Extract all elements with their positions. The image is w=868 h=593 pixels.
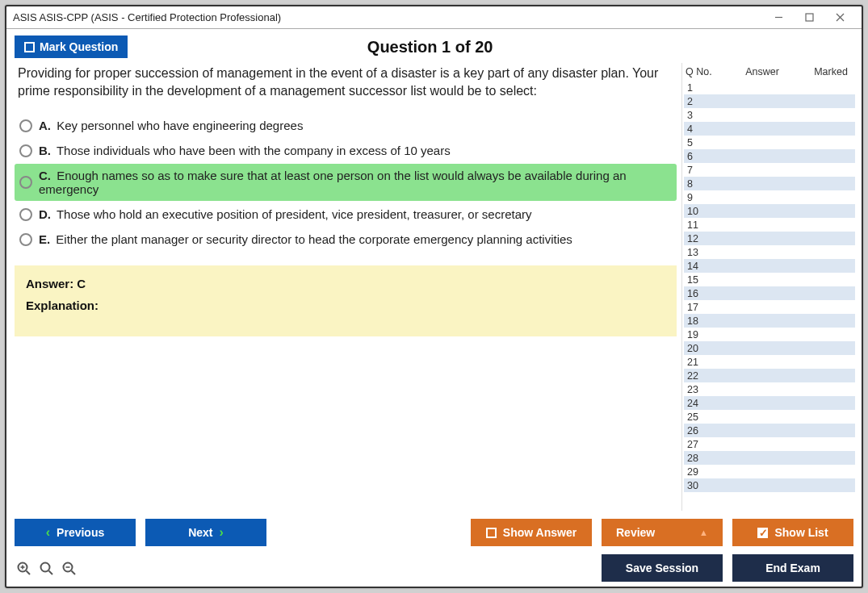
option-text: A. Key personnel who have engineering de… bbox=[39, 119, 303, 132]
list-item[interactable]: 3 bbox=[684, 108, 855, 122]
show-list-button[interactable]: Show List bbox=[732, 519, 853, 546]
review-button[interactable]: Review ▲ bbox=[602, 519, 723, 546]
list-item[interactable]: 11 bbox=[684, 218, 855, 232]
option-c[interactable]: C. Enough names so as to make sure that … bbox=[15, 164, 677, 201]
list-item[interactable]: 4 bbox=[684, 122, 855, 136]
save-session-button[interactable]: Save Session bbox=[602, 554, 723, 582]
list-item[interactable]: 24 bbox=[684, 396, 855, 410]
list-item[interactable]: 15 bbox=[684, 273, 855, 286]
footer-row-2: Save Session End Exam bbox=[15, 554, 853, 582]
list-item[interactable]: 29 bbox=[684, 465, 855, 478]
footer: ‹ Previous Next › Show Answer Review ▲ S… bbox=[6, 511, 862, 587]
list-qno: 29 bbox=[687, 466, 719, 478]
list-item[interactable]: 10 bbox=[684, 204, 855, 218]
option-d[interactable]: D. Those who hold an executive position … bbox=[15, 203, 677, 226]
list-item[interactable]: 30 bbox=[684, 478, 855, 492]
question-list-body[interactable]: 1234567891011121314151617181920212223242… bbox=[682, 81, 855, 511]
list-qno: 18 bbox=[687, 315, 719, 327]
option-text: D. Those who hold an executive position … bbox=[39, 207, 532, 221]
list-qno: 24 bbox=[687, 398, 719, 409]
zoom-reset-icon[interactable] bbox=[15, 559, 32, 577]
list-item[interactable]: 25 bbox=[684, 410, 855, 424]
list-qno: 12 bbox=[687, 233, 719, 244]
list-item[interactable]: 22 bbox=[684, 369, 855, 382]
list-item[interactable]: 16 bbox=[684, 286, 855, 300]
app-window: ASIS ASIS-CPP (ASIS - Certified Protecti… bbox=[5, 5, 863, 588]
options-list: A. Key personnel who have engineering de… bbox=[15, 114, 677, 251]
list-item[interactable]: 19 bbox=[684, 328, 855, 341]
list-item[interactable]: 28 bbox=[684, 451, 855, 465]
zoom-out-icon[interactable] bbox=[60, 559, 78, 577]
zoom-controls bbox=[15, 559, 78, 577]
header-row: Mark Question Question 1 of 20 bbox=[6, 29, 862, 63]
show-answer-button[interactable]: Show Answer bbox=[471, 519, 592, 546]
list-item[interactable]: 23 bbox=[684, 382, 855, 396]
list-qno: 7 bbox=[687, 165, 719, 176]
list-item[interactable]: 2 bbox=[684, 94, 855, 108]
list-item[interactable]: 26 bbox=[684, 424, 855, 437]
chevron-right-icon: › bbox=[220, 525, 224, 540]
minimize-icon[interactable] bbox=[763, 8, 794, 27]
show-list-label: Show List bbox=[774, 526, 828, 539]
list-item[interactable]: 8 bbox=[684, 177, 855, 190]
svg-rect-1 bbox=[806, 14, 813, 21]
end-exam-label: End Exam bbox=[765, 562, 820, 574]
list-item[interactable]: 18 bbox=[684, 314, 855, 328]
main-area: Providing for proper succession of manag… bbox=[6, 63, 862, 511]
zoom-in-icon[interactable] bbox=[37, 559, 55, 577]
radio-icon bbox=[19, 119, 32, 132]
show-answer-label: Show Answer bbox=[503, 526, 577, 539]
mark-question-button[interactable]: Mark Question bbox=[15, 35, 128, 58]
list-qno: 8 bbox=[687, 178, 719, 190]
list-qno: 9 bbox=[687, 192, 719, 203]
col-answer: Answer bbox=[718, 66, 807, 77]
list-qno: 16 bbox=[687, 288, 719, 299]
list-qno: 2 bbox=[687, 96, 719, 107]
window-controls bbox=[763, 8, 855, 27]
next-button[interactable]: Next › bbox=[145, 519, 266, 546]
question-stem: Providing for proper succession of manag… bbox=[15, 63, 677, 101]
option-text: B. Those individuals who have been with … bbox=[39, 144, 451, 157]
question-pane: Providing for proper succession of manag… bbox=[15, 63, 681, 511]
list-qno: 6 bbox=[687, 151, 719, 162]
col-qno: Q No. bbox=[686, 66, 718, 77]
list-item[interactable]: 17 bbox=[684, 300, 855, 314]
list-item[interactable]: 6 bbox=[684, 149, 855, 163]
checkbox-checked-icon bbox=[757, 528, 768, 538]
option-b[interactable]: B. Those individuals who have been with … bbox=[15, 139, 677, 162]
list-item[interactable]: 9 bbox=[684, 190, 855, 204]
radio-icon bbox=[19, 233, 32, 246]
list-qno: 26 bbox=[687, 425, 719, 436]
list-item[interactable]: 21 bbox=[684, 355, 855, 369]
list-item[interactable]: 12 bbox=[684, 232, 855, 245]
question-counter: Question 1 of 20 bbox=[137, 38, 723, 56]
previous-button[interactable]: ‹ Previous bbox=[15, 519, 136, 546]
list-item[interactable]: 5 bbox=[684, 136, 855, 149]
list-qno: 4 bbox=[687, 123, 719, 135]
list-item[interactable]: 13 bbox=[684, 245, 855, 259]
list-item[interactable]: 7 bbox=[684, 163, 855, 177]
list-item[interactable]: 20 bbox=[684, 341, 855, 355]
maximize-icon[interactable] bbox=[794, 8, 824, 27]
previous-label: Previous bbox=[57, 526, 104, 539]
list-qno: 27 bbox=[687, 439, 719, 450]
list-qno: 14 bbox=[687, 261, 719, 272]
list-qno: 25 bbox=[687, 411, 719, 423]
option-e[interactable]: E. Either the plant manager or security … bbox=[15, 228, 677, 251]
next-label: Next bbox=[188, 526, 212, 539]
list-qno: 13 bbox=[687, 247, 719, 258]
list-item[interactable]: 1 bbox=[684, 81, 855, 94]
list-item[interactable]: 27 bbox=[684, 437, 855, 451]
list-qno: 17 bbox=[687, 302, 719, 313]
titlebar: ASIS ASIS-CPP (ASIS - Certified Protecti… bbox=[6, 6, 862, 29]
close-icon[interactable] bbox=[824, 8, 855, 27]
list-item[interactable]: 14 bbox=[684, 259, 855, 273]
list-qno: 21 bbox=[687, 357, 719, 368]
list-qno: 23 bbox=[687, 384, 719, 395]
option-a[interactable]: A. Key personnel who have engineering de… bbox=[15, 114, 677, 137]
explanation-label: Explanation: bbox=[26, 299, 665, 312]
question-list-pane: Q No. Answer Marked 12345678910111213141… bbox=[681, 63, 855, 511]
option-text: E. Either the plant manager or security … bbox=[39, 232, 572, 246]
svg-line-5 bbox=[26, 570, 30, 574]
end-exam-button[interactable]: End Exam bbox=[732, 554, 853, 582]
